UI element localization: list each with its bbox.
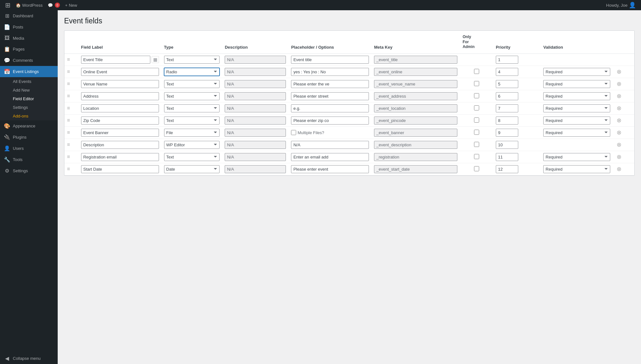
delete-button[interactable]: ⊗ [615,105,623,111]
sidebar-item-tools[interactable]: 🔧 Tools [0,154,58,165]
admin-only-checkbox[interactable] [474,69,479,74]
sidebar-submenu-field-editor[interactable]: Field Editor [0,94,58,103]
delete-button[interactable]: ⊗ [615,69,623,75]
drag-handle[interactable]: ≡ [64,151,79,163]
type-select[interactable]: TextRadioFileWP EditorDateCheckboxSelect… [164,165,220,173]
calendar-icon[interactable]: ▦ [152,56,159,63]
drag-handle[interactable]: ≡ [64,66,79,78]
priority-input[interactable] [496,92,518,100]
multiple-files-checkbox[interactable] [291,130,296,135]
topbar-new[interactable]: + New [62,0,80,10]
placeholder-input[interactable] [291,117,369,125]
field-label-input[interactable] [81,117,159,125]
drag-handle[interactable]: ≡ [64,53,79,66]
topbar-comments[interactable]: 💬 0 [45,0,62,10]
field-label-input[interactable] [81,165,159,173]
admin-only-checkbox[interactable] [474,105,479,110]
field-label-input[interactable] [81,104,159,112]
placeholder-input[interactable] [291,92,369,100]
field-label-input[interactable] [81,80,159,88]
delete-button[interactable]: ⊗ [615,142,623,148]
meta-key-input[interactable] [374,141,457,149]
priority-input[interactable] [496,165,518,173]
sidebar-item-media[interactable]: 🖼 Media [0,33,58,44]
topbar-home[interactable]: 🏠 WordPress [13,0,45,10]
sidebar-item-users[interactable]: 👤 Users [0,143,58,154]
field-label-input[interactable] [81,56,150,64]
priority-input[interactable] [496,104,518,112]
drag-handle[interactable]: ≡ [64,102,79,114]
placeholder-input[interactable] [291,141,369,149]
placeholder-input[interactable] [291,80,369,88]
sidebar-submenu-add-new[interactable]: Add New [0,86,58,94]
admin-only-checkbox[interactable] [474,154,479,159]
description-input[interactable] [225,117,286,125]
validation-select[interactable]: RequiredEmailURLNumber [543,153,610,161]
field-label-input[interactable] [81,141,159,149]
validation-select[interactable]: RequiredEmailURLNumber [543,117,610,125]
drag-handle[interactable]: ≡ [64,78,79,90]
description-input[interactable] [225,104,286,112]
type-select[interactable]: TextRadioFileWP EditorDateCheckboxSelect… [164,153,220,161]
wp-logo-icon[interactable]: ⊞ [3,1,13,9]
meta-key-input[interactable] [374,68,457,76]
description-input[interactable] [225,141,286,149]
drag-handle[interactable]: ≡ [64,163,79,175]
priority-input[interactable] [496,80,518,88]
placeholder-input[interactable] [291,104,369,112]
delete-button[interactable]: ⊗ [615,117,623,123]
sidebar-item-collapse[interactable]: ◀ Collapse menu [0,353,58,364]
type-select[interactable]: TextRadioFileWP EditorDateCheckboxSelect… [164,80,220,88]
priority-input[interactable] [496,56,518,64]
admin-only-checkbox[interactable] [474,117,479,123]
type-select[interactable]: TextRadioFileWP EditorDateCheckboxSelect… [164,129,220,137]
type-select[interactable]: TextRadioFileWP EditorDateCheckboxSelect… [164,92,220,100]
validation-select[interactable]: RequiredEmailURLNumber [543,68,610,76]
validation-select[interactable]: RequiredEmailURLNumber [543,129,610,137]
drag-handle[interactable]: ≡ [64,114,79,126]
meta-key-input[interactable] [374,129,457,137]
type-select[interactable]: TextRadioFileWP EditorDateCheckboxSelect… [164,141,220,149]
field-label-input[interactable] [81,129,159,137]
type-select[interactable]: TextRadioFileWP EditorDateCheckboxSelect… [164,56,220,64]
description-input[interactable] [225,80,286,88]
topbar-user[interactable]: Howdy, Joe 👤 [604,0,638,10]
meta-key-input[interactable] [374,117,457,125]
meta-key-input[interactable] [374,80,457,88]
description-input[interactable] [225,153,286,161]
meta-key-input[interactable] [374,104,457,112]
drag-handle[interactable]: ≡ [64,126,79,139]
description-input[interactable] [225,56,286,64]
drag-handle[interactable]: ≡ [64,139,79,151]
sidebar-item-plugins[interactable]: 🔌 Plugins [0,132,58,143]
delete-button[interactable]: ⊗ [615,81,623,87]
validation-select[interactable]: RequiredEmailURLNumber [543,165,610,173]
field-label-input[interactable] [81,153,159,161]
sidebar-item-appearance[interactable]: 🎨 Appearance [0,120,58,132]
validation-select[interactable]: RequiredEmailURLNumber [543,80,610,88]
meta-key-input[interactable] [374,56,457,64]
priority-input[interactable] [496,117,518,125]
sidebar-submenu-add-ons[interactable]: Add-ons [0,112,58,120]
meta-key-input[interactable] [374,165,457,173]
admin-only-checkbox[interactable] [474,81,479,86]
type-select[interactable]: TextRadioFileWP EditorDateCheckboxSelect… [164,104,220,112]
sidebar-item-settings[interactable]: ⚙ Settings [0,165,58,176]
description-input[interactable] [225,129,286,137]
description-input[interactable] [225,165,286,173]
delete-button[interactable]: ⊗ [615,154,623,160]
meta-key-input[interactable] [374,153,457,161]
field-label-input[interactable] [81,68,159,76]
admin-only-checkbox[interactable] [474,142,479,147]
admin-only-checkbox[interactable] [474,130,479,135]
field-label-input[interactable] [81,92,159,100]
placeholder-input[interactable] [291,68,369,76]
placeholder-input[interactable] [291,165,369,173]
priority-input[interactable] [496,129,518,137]
type-select[interactable]: TextRadioFileWP EditorDateCheckboxSelect… [164,117,220,125]
sidebar-item-posts[interactable]: 📄 Posts [0,21,58,33]
sidebar-item-comments[interactable]: 💬 Comments [0,55,58,66]
sidebar-item-dashboard[interactable]: ⊞ Dashboard [0,10,58,21]
placeholder-input[interactable] [291,56,369,64]
priority-input[interactable] [496,141,518,149]
